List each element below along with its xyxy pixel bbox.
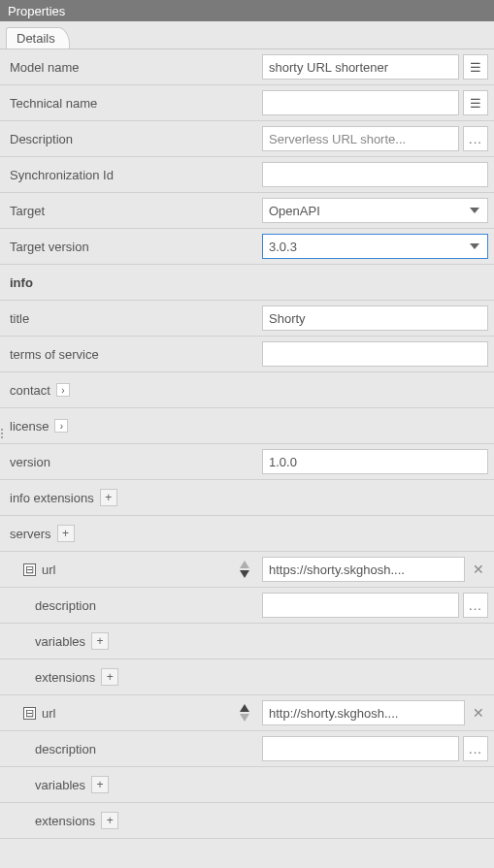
label-license: license › [10,419,262,434]
collapse-button-server-1[interactable]: ⊟ [23,707,36,720]
select-target[interactable]: OpenAPI [262,198,488,223]
svg-marker-3 [240,570,249,578]
clear-button-server-1[interactable]: ✕ [469,705,488,721]
row-server-1-description: description ... [0,731,494,767]
properties-form: Model name ☰ Technical name ☰ Descriptio… [0,48,494,839]
row-sync-id: Synchronization Id [0,157,494,193]
row-info: info [0,265,494,301]
chevron-down-icon [470,242,479,250]
triangle-down-icon [240,570,249,578]
row-server-1-variables: variables + [0,767,494,803]
row-server-0-extensions: extensions + [0,659,494,695]
plus-icon: + [105,491,112,504]
triangle-down-icon [240,714,249,722]
resize-handle[interactable] [0,429,6,444]
row-server-0-description: description ... [0,588,494,624]
panel-title: Properties [8,4,65,18]
label-server-1-variables-text: variables [35,778,85,792]
row-server-url: ⊟ url ✕ [0,552,494,588]
row-target: Target OpenAPI [0,193,494,229]
input-server-url-1[interactable] [262,700,465,725]
move-up-button-server-1[interactable] [240,704,249,712]
ellipsis-icon: ... [469,742,482,756]
close-icon: ✕ [473,562,484,577]
menu-icon: ☰ [470,96,481,111]
expand-button-license[interactable]: › [54,419,68,433]
minus-icon: ⊟ [25,708,34,719]
svg-marker-5 [240,714,249,722]
move-down-button-server-0[interactable] [240,570,249,578]
input-sync-id[interactable] [262,162,488,187]
chevron-right-icon: › [61,385,64,396]
input-technical-name[interactable] [262,90,459,115]
label-server-0-description: description [35,598,262,613]
input-server-1-description[interactable] [262,736,459,761]
input-model-name[interactable] [262,54,459,80]
value-target-version: 3.0.3 [269,240,297,254]
label-info-extensions: info extensions + [10,489,262,506]
input-tos[interactable] [262,341,488,367]
input-server-0-description[interactable] [262,593,459,618]
row-server-0-variables: variables + [0,624,494,659]
row-contact: contact › [0,372,494,408]
label-target-version: Target version [10,240,262,254]
input-server-url-0[interactable] [262,557,465,582]
row-target-version: Target version 3.0.3 [0,229,494,265]
row-technical-name: Technical name ☰ [0,85,494,121]
label-description: Description [10,132,262,146]
clear-button-server-0[interactable]: ✕ [469,562,488,577]
label-title: title [10,311,262,326]
add-button-servers[interactable]: + [57,525,75,542]
move-down-button-server-1[interactable] [240,714,249,722]
input-description[interactable]: Serverless URL shorte... [262,126,459,151]
select-target-version[interactable]: 3.0.3 [262,234,488,259]
row-description: Description Serverless URL shorte... ... [0,121,494,157]
label-target: Target [10,204,262,218]
label-server-1-variables: variables + [35,776,287,793]
tab-details[interactable]: Details [6,27,70,48]
more-button-model-name[interactable]: ☰ [463,54,488,80]
add-button-server-0-extensions[interactable]: + [101,668,118,686]
plus-icon: + [107,814,114,827]
row-license: license › [0,408,494,444]
tab-bar: Details [0,21,494,48]
label-server-0-variables-text: variables [35,634,85,649]
expand-button-server-0-description[interactable]: ... [463,593,488,618]
svg-marker-2 [240,561,249,568]
menu-icon: ☰ [470,60,481,75]
panel-header: Properties [0,0,494,21]
more-button-technical-name[interactable]: ☰ [463,90,488,115]
add-button-server-0-variables[interactable]: + [91,632,109,650]
label-version: version [10,455,262,469]
label-contact-text: contact [10,383,50,398]
label-servers: servers + [10,525,262,542]
expand-button-contact[interactable]: › [56,383,70,397]
label-server-1-description: description [35,742,262,756]
label-info-extensions-text: info extensions [10,491,94,505]
chevron-down-icon [470,207,479,214]
expand-button-server-1-description[interactable]: ... [463,736,488,761]
label-server-1-extensions-text: extensions [35,814,95,828]
label-server-0-extensions-text: extensions [35,670,95,685]
input-title[interactable] [262,305,488,331]
row-server-url: ⊟ url ✕ [0,695,494,731]
add-button-server-1-variables[interactable]: + [91,776,109,793]
row-model-name: Model name ☰ [0,49,494,85]
collapse-button-server-0[interactable]: ⊟ [23,563,36,576]
input-version[interactable] [262,449,488,474]
row-version: version [0,444,494,480]
row-server-1-extensions: extensions + [0,803,494,839]
label-contact: contact › [10,383,262,398]
add-button-info-extensions[interactable]: + [100,489,117,506]
triangle-up-icon [240,561,249,568]
label-server-0-variables: variables + [35,632,287,650]
chevron-right-icon: › [60,421,63,432]
label-server-0-extensions: extensions + [35,668,287,686]
minus-icon: ⊟ [25,564,34,575]
value-description: Serverless URL shorte... [269,132,406,146]
triangle-up-icon [240,704,249,712]
add-button-server-1-extensions[interactable]: + [101,812,118,829]
label-model-name: Model name [10,60,262,75]
move-up-button-server-0[interactable] [240,561,249,568]
expand-button-description[interactable]: ... [463,126,488,151]
